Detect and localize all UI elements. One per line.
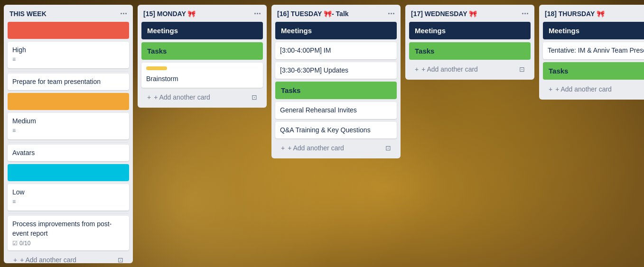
color-bar-orange bbox=[8, 93, 129, 110]
color-bar-blue bbox=[8, 164, 129, 181]
column-title-tuesday: [16] TUESDAY 🎀- Talk bbox=[277, 10, 349, 18]
column-tuesday: [16] TUESDAY 🎀- Talk ··· Meetings [3:00-… bbox=[271, 5, 401, 158]
plus-icon-tuesday: + bbox=[281, 144, 285, 152]
card-process-text: Process improvements from post-event rep… bbox=[12, 220, 124, 238]
list-icon-low: ≡ bbox=[12, 198, 124, 205]
card-tuesday-meeting-2[interactable]: [3:30-6:30PM] Updates bbox=[275, 62, 397, 79]
card-process-count: 0/10 bbox=[19, 240, 30, 247]
card-medium[interactable]: Medium ≡ bbox=[8, 113, 129, 139]
column-title-wednesday: [17] WEDNESDAY 🎀 bbox=[411, 10, 477, 18]
card-tasks-wednesday[interactable]: Tasks bbox=[409, 42, 531, 60]
card-tuesday-meeting-1[interactable]: [3:00-4:00PM] IM bbox=[275, 42, 397, 59]
column-header-this-week: THIS WEEK ··· bbox=[4, 5, 133, 22]
card-meetings-thursday[interactable]: Meetings bbox=[543, 22, 644, 39]
divider-1 bbox=[9, 71, 128, 72]
card-qa-training-text: Q&A Training & Key Questions bbox=[280, 126, 392, 135]
card-meetings-monday[interactable]: Meetings bbox=[141, 22, 263, 39]
card-prepare-team[interactable]: Prepare for team presentation bbox=[8, 74, 129, 91]
meetings-thursday-label: Meetings bbox=[549, 27, 579, 35]
color-bar-red bbox=[8, 22, 129, 39]
column-title-this-week: THIS WEEK bbox=[9, 10, 47, 18]
plus-icon-monday: + bbox=[147, 93, 151, 101]
meetings-wednesday-label: Meetings bbox=[415, 27, 446, 35]
tasks-monday-label: Tasks bbox=[147, 47, 167, 55]
template-icon-tuesday[interactable]: ⊡ bbox=[385, 144, 391, 152]
plus-icon-wednesday: + bbox=[415, 65, 419, 73]
plus-icon-this-week: + bbox=[13, 256, 17, 263]
list-icon-high: ≡ bbox=[12, 56, 124, 63]
card-process-improvements[interactable]: Process improvements from post-event rep… bbox=[8, 216, 129, 250]
card-prepare-team-text: Prepare for team presentation bbox=[12, 77, 124, 87]
add-card-monday[interactable]: + + Add another card ⊡ bbox=[141, 91, 263, 104]
template-icon-this-week[interactable]: ⊡ bbox=[118, 256, 123, 263]
column-menu-icon-monday[interactable]: ··· bbox=[254, 9, 261, 18]
card-avatars-text: Avatars bbox=[12, 148, 124, 158]
column-header-tuesday: [16] TUESDAY 🎀- Talk ··· bbox=[271, 5, 401, 22]
card-general-rehearsal-text: General Rehearsal Invites bbox=[280, 106, 392, 115]
card-low[interactable]: Low ≡ bbox=[8, 184, 129, 211]
add-card-wednesday[interactable]: + + Add another card ⊡ bbox=[409, 63, 531, 76]
list-icon-medium: ≡ bbox=[12, 127, 124, 134]
plus-icon-thursday: + bbox=[549, 85, 552, 93]
add-card-this-week[interactable]: + + Add another card ⊡ bbox=[8, 253, 129, 263]
card-tasks-tuesday[interactable]: Tasks bbox=[275, 82, 397, 99]
checklist-icon: ☑ bbox=[12, 240, 18, 247]
column-menu-icon-tuesday[interactable]: ··· bbox=[388, 9, 395, 18]
tasks-tuesday-label: Tasks bbox=[281, 86, 300, 94]
card-meetings-tuesday[interactable]: Meetings bbox=[275, 22, 397, 39]
card-avatars[interactable]: Avatars bbox=[8, 145, 129, 162]
card-medium-text: Medium bbox=[12, 117, 124, 126]
card-brainstorm-text: Brainstorm bbox=[146, 74, 258, 84]
card-process-badge: ☑ 0/10 bbox=[12, 240, 124, 247]
card-brainstorm[interactable]: Brainstorm bbox=[141, 63, 263, 88]
add-card-label-monday: + Add another card bbox=[154, 93, 210, 101]
tasks-thursday-label: Tasks bbox=[549, 67, 568, 75]
add-card-thursday[interactable]: + + Add another card ⊡ bbox=[543, 83, 644, 96]
card-tuesday-meeting-1-text: [3:00-4:00PM] IM bbox=[280, 46, 392, 55]
divider-3 bbox=[9, 213, 128, 214]
column-title-thursday: [18] THURSDAY 🎀 bbox=[545, 10, 605, 18]
column-menu-icon-wednesday[interactable]: ··· bbox=[522, 9, 529, 18]
label-yellow-brainstorm bbox=[146, 66, 167, 70]
card-tentative-text: Tentative: IM & Anniv Team Preso bbox=[548, 46, 644, 55]
divider-2 bbox=[9, 142, 128, 143]
card-high[interactable]: High ≡ bbox=[8, 42, 129, 68]
column-monday: [15] MONDAY 🎀 ··· Meetings Tasks Brainst… bbox=[138, 5, 267, 108]
column-wednesday: [17] WEDNESDAY 🎀 ··· Meetings Tasks + + … bbox=[405, 5, 534, 80]
card-meetings-wednesday[interactable]: Meetings bbox=[409, 22, 531, 39]
meetings-tuesday-label: Meetings bbox=[281, 27, 312, 35]
card-general-rehearsal[interactable]: General Rehearsal Invites bbox=[275, 102, 397, 119]
column-title-monday: [15] MONDAY 🎀 bbox=[143, 10, 196, 18]
add-card-label-this-week: + Add another card bbox=[20, 256, 76, 263]
column-this-week: THIS WEEK ··· High ≡ Prepare for team pr… bbox=[4, 5, 133, 263]
column-menu-icon-this-week[interactable]: ··· bbox=[120, 9, 127, 18]
card-tasks-monday[interactable]: Tasks bbox=[141, 42, 263, 60]
card-low-text: Low bbox=[12, 188, 124, 197]
add-card-label-thursday: + Add another card bbox=[555, 85, 612, 93]
add-card-label-wednesday: + Add another card bbox=[421, 65, 478, 73]
template-icon-monday[interactable]: ⊡ bbox=[252, 93, 257, 101]
card-tentative-im[interactable]: Tentative: IM & Anniv Team Preso bbox=[543, 42, 644, 59]
column-header-monday: [15] MONDAY 🎀 ··· bbox=[138, 5, 267, 22]
board: THIS WEEK ··· High ≡ Prepare for team pr… bbox=[0, 0, 644, 267]
column-header-thursday: [18] THURSDAY 🎀 ··· bbox=[539, 5, 644, 22]
card-high-text: High bbox=[12, 46, 124, 55]
card-tasks-thursday[interactable]: Tasks bbox=[543, 62, 644, 80]
column-thursday: [18] THURSDAY 🎀 ··· Meetings Tentative: … bbox=[539, 5, 644, 100]
tasks-wednesday-label: Tasks bbox=[415, 47, 434, 55]
column-header-wednesday: [17] WEDNESDAY 🎀 ··· bbox=[405, 5, 534, 22]
template-icon-wednesday[interactable]: ⊡ bbox=[519, 65, 525, 73]
meetings-monday-label: Meetings bbox=[147, 27, 178, 35]
add-card-tuesday[interactable]: + + Add another card ⊡ bbox=[275, 141, 397, 155]
add-card-label-tuesday: + Add another card bbox=[288, 144, 344, 152]
card-qa-training[interactable]: Q&A Training & Key Questions bbox=[275, 122, 397, 139]
card-tuesday-meeting-2-text: [3:30-6:30PM] Updates bbox=[280, 66, 392, 75]
